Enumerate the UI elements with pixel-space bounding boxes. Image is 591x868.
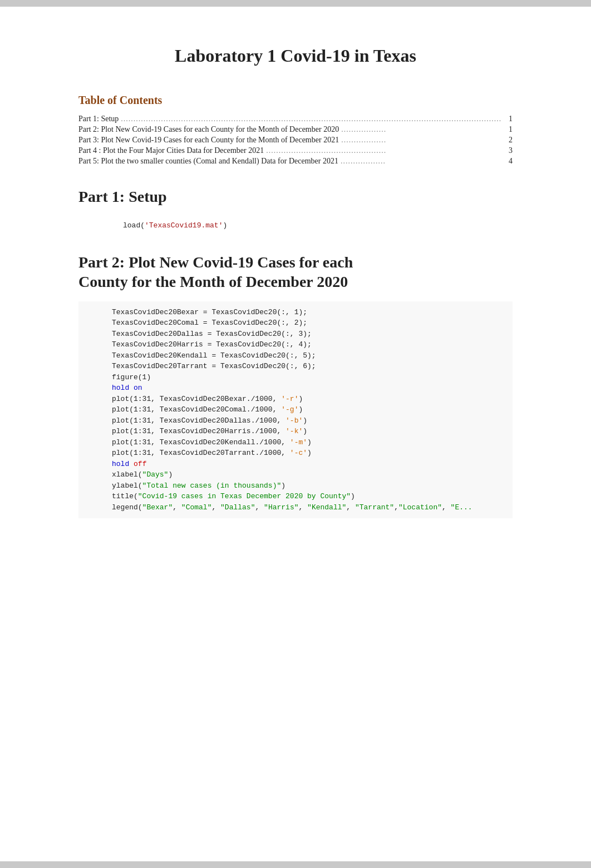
toc-label-5: Part 5: Plot the two smaller counties (C… — [78, 157, 338, 166]
toc-num-5: 4 — [501, 157, 513, 166]
toc-dots-3: .................. — [339, 136, 501, 145]
toc-num-4: 3 — [501, 146, 513, 155]
part2-title: Part 2: Plot New Covid-19 Cases for each… — [78, 252, 513, 291]
toc-num-3: 2 — [501, 136, 513, 145]
part1-code: load('TexasCovid19.mat') — [78, 216, 513, 236]
toc-section: Table of Contents Part 1: Setup ........… — [78, 94, 513, 166]
toc-item-4: Part 4 : Plot the Four Major Cities Data… — [78, 146, 513, 155]
toc-dots-4: ........................................… — [264, 146, 501, 155]
toc-label-1: Part 1: Setup — [78, 115, 119, 123]
toc-item-5: Part 5: Plot the two smaller counties (C… — [78, 157, 513, 166]
toc-label-3: Part 3: Plot New Covid-19 Cases for each… — [78, 136, 339, 145]
toc-item-3: Part 3: Plot New Covid-19 Cases for each… — [78, 136, 513, 145]
toc-dots-1: ........................................… — [119, 115, 501, 123]
toc-label-2: Part 2: Plot New Covid-19 Cases for each… — [78, 125, 339, 134]
toc-dots-2: .................. — [339, 125, 501, 134]
part2-code: TexasCovidDec20Bexar = TexasCovidDec20(:… — [78, 301, 513, 519]
bottom-bar — [0, 861, 591, 868]
plot-area — [78, 518, 513, 707]
toc-num-2: 1 — [501, 125, 513, 134]
top-bar — [0, 0, 591, 7]
toc-item-2: Part 2: Plot New Covid-19 Cases for each… — [78, 125, 513, 134]
toc-dots-5: .................. — [338, 157, 501, 166]
main-title: Laboratory 1 Covid-19 in Texas — [78, 29, 513, 77]
part1-title: Part 1: Setup — [78, 188, 513, 206]
toc-label-4: Part 4 : Plot the Four Major Cities Data… — [78, 146, 264, 155]
toc-num-1: 1 — [501, 115, 513, 123]
toc-item-1: Part 1: Setup ..........................… — [78, 115, 513, 123]
toc-heading: Table of Contents — [78, 94, 513, 107]
